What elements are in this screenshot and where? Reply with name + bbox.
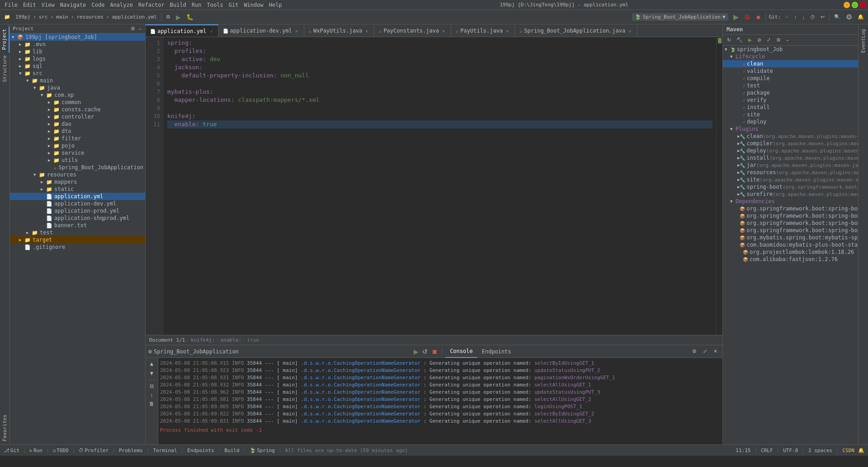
console-tab[interactable]: Console bbox=[445, 345, 477, 358]
maven-lifecycle-package[interactable]: ▶ ✓ package bbox=[723, 89, 858, 96]
maven-reload[interactable]: ↻ bbox=[725, 36, 733, 44]
maven-jump-to-phase[interactable]: ⤦ bbox=[764, 36, 773, 44]
maven-lifecycle-group[interactable]: ▼ Lifecycle bbox=[723, 53, 858, 60]
menu-help[interactable]: Help bbox=[266, 1, 285, 9]
console-wrap[interactable]: ↕ bbox=[150, 391, 154, 399]
maven-dep-7[interactable]: ▶ 📦 org.projectlombok:lombok:1.18.26 bbox=[723, 248, 858, 256]
maven-lifecycle-install[interactable]: ▶ ✓ install bbox=[723, 104, 858, 111]
maven-lifecycle-compile[interactable]: ▶ ✓ compile bbox=[723, 75, 858, 82]
tree-item-java[interactable]: ▼ 📁 java bbox=[10, 84, 145, 91]
tree-item-pojo[interactable]: ▶ 📁 pojo bbox=[10, 142, 145, 149]
settings-btn[interactable]: ⚙ bbox=[844, 11, 854, 23]
maven-plugin-install[interactable]: ▶ 🔧 install (org.apache.maven.plugins:ma… bbox=[723, 154, 858, 162]
status-encoding[interactable]: UTF-8 bbox=[783, 448, 798, 453]
tree-item-src[interactable]: ▼ 📁 src bbox=[10, 70, 145, 77]
status-spring[interactable]: 🍃 Spring bbox=[250, 448, 275, 453]
menu-window[interactable]: Window bbox=[241, 1, 266, 9]
maven-lifecycle-validate[interactable]: ▶ ✓ validate bbox=[723, 67, 858, 75]
run-rerun-btn[interactable]: ↺ bbox=[421, 347, 429, 356]
maven-plugins-group[interactable]: ▼ Plugins bbox=[723, 125, 858, 133]
maven-lifecycle-deploy[interactable]: ▶ ✓ deploy bbox=[723, 118, 858, 125]
debug-app-btn[interactable]: 🐞 bbox=[742, 13, 753, 21]
maven-dep-8[interactable]: ▶ 📦 com.alibaba:fastjson:1.2.76 bbox=[723, 256, 858, 263]
menu-build[interactable]: Build bbox=[167, 1, 189, 9]
tree-item-sql[interactable]: ▶ 📁 sql bbox=[10, 62, 145, 70]
tab-close-pay-constants[interactable]: ✕ bbox=[441, 28, 446, 34]
tree-item-dto[interactable]: ▶ 📁 dto bbox=[10, 128, 145, 135]
event-log-tab[interactable]: EventLog bbox=[859, 26, 868, 56]
tree-item-application-prod-yml[interactable]: ▶ 📄 application-prod.yml bbox=[10, 207, 145, 214]
console-filter[interactable]: ⊟ bbox=[149, 382, 155, 390]
maven-lifecycle-site[interactable]: ▶ ✓ site bbox=[723, 111, 858, 118]
open-file-btn[interactable]: 📁 bbox=[2, 13, 13, 21]
tab-wxpay-utils[interactable]: ☕ WxPayUtils.java ✕ bbox=[304, 24, 374, 37]
menu-view[interactable]: View bbox=[39, 1, 57, 9]
git-update[interactable]: ↑ bbox=[792, 13, 799, 21]
code-content[interactable]: spring: profiles: active: dev jackson: d… bbox=[164, 37, 716, 335]
status-build[interactable]: Build bbox=[224, 448, 239, 453]
tree-item-banner[interactable]: ▶ 📄 banner.txt bbox=[10, 222, 145, 229]
window-minimize[interactable]: － bbox=[844, 2, 850, 8]
tree-item-spring-boot-app[interactable]: ▶ ☕ Spring_Boot_JobApplication bbox=[10, 164, 145, 171]
git-rollback[interactable]: ↩ bbox=[818, 13, 827, 21]
tab-close-wxpay[interactable]: ✕ bbox=[364, 28, 369, 34]
window-maximize[interactable]: □ bbox=[852, 2, 858, 8]
console-clear[interactable]: 🗑 bbox=[148, 400, 155, 407]
run-play-btn[interactable]: ▶ bbox=[413, 347, 420, 356]
menu-git[interactable]: Git bbox=[226, 1, 241, 9]
sidebar-settings[interactable]: ⚙ bbox=[130, 26, 136, 32]
maven-dependencies-group[interactable]: ▼ Dependencies bbox=[723, 198, 858, 205]
console-log-area[interactable]: 2024-05-08 21:05:08.915 INFO 35844 --- [… bbox=[158, 358, 722, 444]
maven-skip-tests[interactable]: ⊘ bbox=[755, 36, 764, 44]
tree-item-logs[interactable]: ▶ 📁 logs bbox=[10, 55, 145, 62]
sidebar-collapse[interactable]: − bbox=[138, 26, 142, 32]
bottom-close-btn[interactable]: ✕ bbox=[711, 347, 720, 356]
maven-lifecycle-verify[interactable]: ▶ ✓ verify bbox=[723, 96, 858, 104]
maven-lifecycle-test[interactable]: ▶ ✓ test bbox=[723, 82, 858, 89]
maven-plugin-resources[interactable]: ▶ 🔧 resources (org.apache.maven.plugins:… bbox=[723, 169, 858, 176]
menu-tools[interactable]: Tools bbox=[204, 1, 226, 9]
tab-application-yml[interactable]: 📄 application.yml ✓ bbox=[146, 24, 218, 37]
tree-item-controller[interactable]: ▶ 📁 controller bbox=[10, 113, 145, 120]
tree-item-common[interactable]: ▶ 📁 common bbox=[10, 99, 145, 106]
tree-item-filter[interactable]: ▶ 📁 filter bbox=[10, 135, 145, 142]
maven-collapse[interactable]: − bbox=[784, 36, 791, 44]
git-checkmark[interactable]: ✓ bbox=[783, 13, 791, 21]
toolbar-settings[interactable]: ⚙ bbox=[164, 13, 173, 21]
project-tab[interactable]: Project bbox=[0, 26, 9, 52]
menu-file[interactable]: File bbox=[2, 1, 20, 9]
maven-plugin-surefire[interactable]: ▶ 🔧 surefire (org.apache.maven.plugins:m… bbox=[723, 191, 858, 198]
tab-pay-utils[interactable]: ☕ PayUtils.java ✕ bbox=[451, 24, 515, 37]
tree-item-mvn[interactable]: ▶ 📁 .mvn bbox=[10, 41, 145, 48]
status-endpoints[interactable]: Endpoints bbox=[187, 448, 214, 453]
menu-code[interactable]: Code bbox=[89, 1, 108, 9]
project-selector[interactable]: 🍃 Spring_Boot_JobApplication ▼ bbox=[632, 13, 728, 21]
run-stop-btn[interactable]: ⏹ bbox=[430, 347, 439, 356]
maven-settings[interactable]: ⚙ bbox=[774, 36, 783, 44]
status-notification[interactable]: 🔔 bbox=[858, 448, 864, 453]
console-scroll-up[interactable]: ▲ bbox=[148, 360, 156, 368]
window-close[interactable]: ✕ bbox=[860, 2, 866, 8]
tree-item-consts[interactable]: ▶ 📁 consts.cache bbox=[10, 106, 145, 113]
menu-refactor[interactable]: Refactor bbox=[136, 1, 167, 9]
tree-item-root[interactable]: ▼ 📦 199pj [springboot_Job] bbox=[10, 33, 145, 41]
bottom-settings-btn[interactable]: ⚙ bbox=[690, 347, 699, 356]
endpoints-tab[interactable]: Endpoints bbox=[477, 345, 516, 358]
search-btn[interactable]: 🔍 bbox=[832, 13, 843, 21]
tab-close-pay-utils[interactable]: ✕ bbox=[505, 28, 510, 34]
run-app-btn[interactable]: ▶ bbox=[731, 11, 741, 23]
notifications-btn[interactable]: 🔔 bbox=[855, 13, 866, 21]
maven-run[interactable]: ▶ bbox=[746, 36, 754, 44]
toolbar-run[interactable]: ▶ bbox=[174, 12, 183, 22]
status-run[interactable]: ▶ Run bbox=[30, 448, 43, 453]
tab-spring-boot-app[interactable]: ☕ Spring_Boot_JobApplication.java ✕ bbox=[515, 24, 637, 37]
tree-item-application-yml[interactable]: ▶ 📄 application.yml bbox=[10, 193, 145, 200]
tree-item-com-xp[interactable]: ▼ 📁 com.xp bbox=[10, 91, 145, 99]
tree-item-resources[interactable]: ▼ 📁 resources bbox=[10, 171, 145, 178]
maven-plugin-jar[interactable]: ▶ 🔧 jar (org.apache.maven.plugins:maven-… bbox=[723, 162, 858, 169]
status-terminal[interactable]: Terminal bbox=[153, 448, 177, 453]
maven-root[interactable]: ▼ 🍃 springboot_Job bbox=[723, 46, 858, 53]
tree-item-gitignore[interactable]: ▶ 📄 .gitignore bbox=[10, 243, 145, 251]
tree-item-lib[interactable]: ▶ 📁 lib bbox=[10, 48, 145, 55]
tab-close-dev-yml[interactable]: ✕ bbox=[294, 28, 299, 34]
